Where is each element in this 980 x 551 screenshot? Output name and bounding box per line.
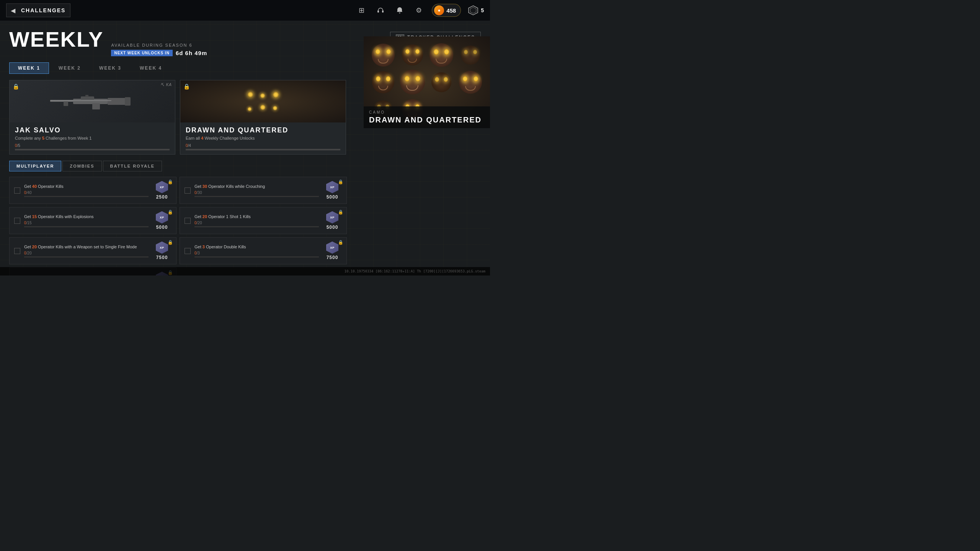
ch-progress-label-4: 0/20 (194, 221, 319, 225)
season-info: AVAILABLE DURING SEASON 6 NEXT WEEK UNLO… (111, 41, 207, 56)
reward-amount-1: 2500 (156, 194, 168, 200)
challenge-item-1: 🔒 Get 40 Operator Kills 0/40 XP 2500 (9, 177, 176, 204)
camo-label-section: CAMO DRAWN AND QUARTERED (364, 106, 490, 128)
reward-amount-3: 5000 (156, 225, 168, 230)
challenge-item-3: 🔒 Get 15 Operator Kills with Explosions … (9, 207, 176, 234)
status-bar: 10.10.19750334 [86:162:11278+11:A] Th [7… (0, 267, 490, 276)
currency-amount: 458 (446, 7, 456, 14)
ch-lock-5: 🔒 (168, 240, 173, 245)
tab-multiplayer[interactable]: MULTIPLAYER (9, 161, 61, 171)
drawn-quartered-desc: Earn all 4 Weekly Challenge Unlocks (186, 136, 340, 140)
currency-icon: ● (434, 5, 444, 15)
progress-label: 0/5 (15, 143, 170, 148)
card-content-drawn-quartered: DRAWN AND QUARTERED Earn all 4 Weekly Ch… (180, 122, 346, 154)
challenge-checkbox-5[interactable] (14, 248, 20, 254)
challenge-info-6: Get 3 Operator Double Kills 0/3 (194, 244, 319, 258)
tab-week-2[interactable]: WEEK 2 (50, 62, 90, 74)
back-icon: ◀ (9, 6, 17, 15)
ch-bar-2 (194, 196, 319, 197)
challenge-checkbox-4[interactable] (185, 218, 191, 224)
svg-rect-8 (92, 103, 100, 109)
drawn-quartered-title: DRAWN AND QUARTERED (186, 126, 340, 134)
settings-icon[interactable]: ⚙ (413, 4, 425, 16)
xp-icon-1: XP (156, 181, 168, 193)
week-tab-group: WEEK 1 WEEK 2 WEEK 3 WEEK 4 (9, 62, 171, 74)
svg-marker-3 (470, 7, 476, 13)
weekly-title: WEEKLY (9, 29, 103, 50)
challenge-item-2: 🔒 Get 30 Operator Kills while Crouching … (180, 177, 347, 204)
rank-icon (468, 5, 479, 16)
xp-icon-2: XP (326, 181, 338, 193)
challenge-item-6: 🔒 Get 3 Operator Double Kills 0/3 XP 750… (180, 237, 347, 264)
drawn-quartered-progress: 0/4 (186, 143, 340, 150)
tab-battle-royale[interactable]: BATTLE ROYALE (103, 161, 162, 171)
ch-progress-label-5: 0/20 (24, 251, 149, 255)
ch-bar-3 (24, 226, 149, 227)
xp-icon-5: XP (156, 241, 168, 254)
ch-lock-1: 🔒 (168, 179, 173, 184)
unlock-badge: NEXT WEEK UNLOCKS IN 6d 6h 49m (111, 50, 207, 56)
jak-salvo-title: JAK SALVO (15, 126, 170, 134)
back-button[interactable]: ◀ CHALLENGES (6, 3, 70, 17)
challenge-name-3: Get 15 Operator Kills with Explosions (24, 214, 149, 219)
ch-lock-3: 🔒 (168, 210, 173, 215)
ch-bar-4 (194, 226, 319, 227)
page-title: CHALLENGES (21, 7, 65, 13)
challenge-list: 🔒 Get 40 Operator Kills 0/40 XP 2500 🔒 (9, 177, 347, 276)
desc-suffix: Challenges from Week 1 (44, 136, 91, 140)
svg-rect-9 (81, 96, 94, 99)
camo-name: DRAWN AND QUARTERED (369, 116, 485, 124)
challenge-checkbox-3[interactable] (14, 218, 20, 224)
lock-icon-quartered: 🔒 (183, 83, 190, 90)
preview-image: CAMO DRAWN AND QUARTERED (364, 36, 490, 128)
currency-display[interactable]: ● 458 (432, 4, 461, 17)
svg-rect-0 (377, 10, 379, 13)
brand-logo: ⛏ KA (160, 83, 172, 87)
lock-icon: 🔒 (13, 83, 19, 90)
ch-progress-label-1: 0/40 (24, 191, 149, 195)
dq-progress-label: 0/4 (186, 143, 340, 148)
weekly-section: WEEKLY AVAILABLE DURING SEASON 6 NEXT WE… (9, 29, 207, 56)
right-panel: CAMO DRAWN AND QUARTERED (364, 36, 490, 276)
grid-icon[interactable]: ⊞ (355, 4, 368, 16)
progress-bar (15, 149, 170, 150)
card-image-jak-salvo: 🔒 (10, 80, 175, 122)
challenge-item-5: 🔒 Get 20 Operator Kills with a Weapon se… (9, 237, 176, 264)
challenge-checkbox-2[interactable] (185, 187, 191, 194)
headset-icon[interactable] (374, 4, 387, 16)
jak-salvo-progress: 0/5 (15, 143, 170, 150)
challenge-checkbox-1[interactable] (14, 187, 20, 194)
challenge-name-2: Get 30 Operator Kills while Crouching (194, 184, 319, 189)
ch-lock-4: 🔒 (338, 210, 343, 215)
svg-rect-7 (125, 97, 131, 106)
svg-rect-10 (85, 95, 88, 97)
dq-progress-total: 4 (189, 143, 191, 148)
dq-progress-bar (186, 149, 340, 150)
svg-rect-5 (73, 99, 108, 104)
tab-zombies[interactable]: ZOMBIES (62, 161, 101, 171)
tab-week-1[interactable]: WEEK 1 (9, 62, 49, 74)
card-content-jak-salvo: JAK SALVO Complete any 5 Challenges from… (10, 122, 175, 154)
xp-icon-6: XP (326, 241, 338, 254)
challenge-info-5: Get 20 Operator Kills with a Weapon set … (24, 244, 149, 258)
dq-desc-prefix: Earn all (186, 136, 201, 140)
tab-week-4[interactable]: WEEK 4 (131, 62, 171, 74)
progress-total: 5 (18, 143, 20, 148)
camo-text: CAMO (369, 110, 485, 114)
challenge-name-5: Get 20 Operator Kills with a Weapon set … (24, 244, 149, 249)
ch-bar-6 (194, 256, 319, 258)
challenge-item-4: 🔒 Get 20 Operator 1 Shot 1 Kills 0/20 XP… (180, 207, 347, 234)
bell-icon[interactable] (394, 4, 406, 16)
available-text: AVAILABLE DURING SEASON 6 (111, 43, 207, 47)
gun-image (42, 92, 142, 111)
svg-rect-1 (382, 10, 384, 13)
status-text: 10.10.19750334 [86:162:11278+11:A] Th [7… (345, 269, 485, 273)
nav-right-group: ⊞ ⚙ ● 458 5 (355, 4, 484, 17)
top-navigation: ◀ CHALLENGES ⊞ ⚙ ● 458 5 (0, 0, 490, 21)
challenge-name-4: Get 20 Operator 1 Shot 1 Kills (194, 214, 319, 219)
challenge-checkbox-6[interactable] (185, 248, 191, 254)
jak-salvo-desc: Complete any 5 Challenges from Week 1 (15, 136, 170, 140)
dq-desc-suffix: Weekly Challenge Unlocks (203, 136, 255, 140)
xp-icon-4: XP (326, 211, 338, 223)
tab-week-3[interactable]: WEEK 3 (90, 62, 130, 74)
